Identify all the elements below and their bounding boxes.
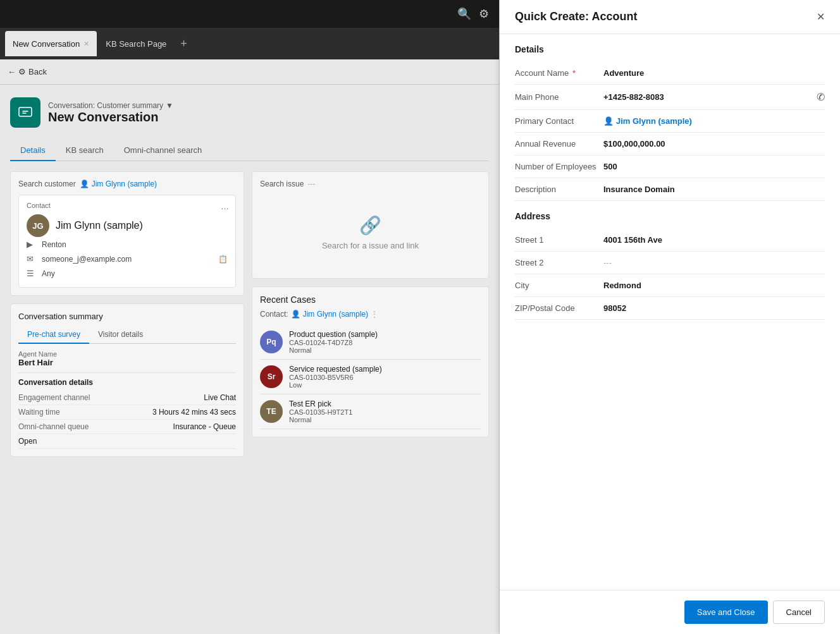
qc-label-city: City [515, 281, 603, 290]
case-id-1: CAS-01030-B5V5R6 [289, 374, 382, 381]
sub-tab-omni[interactable]: Omni-channel search [114, 140, 213, 161]
conversation-summary-card: Conversation summary Pre-chat survey Vis… [10, 303, 244, 457]
qc-value-primary-contact[interactable]: 👤 Jim Glynn (sample) [603, 116, 692, 126]
tab-bar: New Conversation ✕ KB Search Page + [0, 28, 499, 59]
qc-section-details: Details [515, 44, 825, 54]
search-issue-placeholder: --- [307, 180, 315, 188]
case-name-0: Product question (sample) [289, 330, 378, 339]
summary-tab-prechat[interactable]: Pre-chat survey [18, 326, 89, 344]
search-issue-label: Search issue [260, 180, 304, 188]
qc-value-street1[interactable]: 4001 156th Ave [603, 235, 825, 245]
quick-create-panel: Quick Create: Account ✕ Details Account … [500, 0, 840, 634]
sub-tabs: Details KB search Omni-channel search [10, 140, 489, 161]
contact-email: someone_j@example.com [42, 255, 132, 264]
right-column: Search issue --- 🔗 Search for a issue an… [252, 171, 489, 626]
qc-label-street2: Street 2 [515, 258, 603, 267]
engagement-channel-row: Engagement channel Live Chat [18, 391, 236, 405]
queue-key: Omni-channel queue [18, 422, 89, 431]
tab-add-button[interactable]: + [175, 37, 192, 51]
qc-label-street1: Street 1 [515, 235, 603, 245]
qc-value-num-employees[interactable]: 500 [603, 162, 825, 171]
back-icon: ⚙ [18, 67, 26, 76]
sub-tab-details[interactable]: Details [10, 140, 56, 161]
case-avatar-2: TE [260, 400, 283, 423]
search-issue-bar: Search issue --- [260, 180, 481, 188]
qc-label-annual-revenue: Annual Revenue [515, 139, 603, 149]
case-item-2[interactable]: TE Test ER pick CAS-01035-H9T2T1 Normal [260, 394, 481, 429]
qc-value-zip[interactable]: 98052 [603, 303, 825, 313]
two-col-layout: Search customer 👤 Jim Glynn (sample) Con… [10, 171, 489, 626]
queue-val: Insurance - Queue [173, 422, 236, 431]
tab-kb-search-label: KB Search Page [106, 39, 166, 49]
contact-type: Any [42, 269, 55, 278]
qc-title: Quick Create: Account [515, 10, 637, 23]
cases-more-icon[interactable]: ⋮ [371, 310, 378, 319]
contact-initials: JG [32, 221, 43, 231]
qc-field-street1: Street 1 4001 156th Ave [515, 229, 825, 252]
conv-title: New Conversation [48, 110, 173, 125]
qc-value-main-phone[interactable]: +1425-882-8083 [603, 92, 817, 102]
case-name-1: Service requested (sample) [289, 365, 382, 374]
conv-subtitle[interactable]: Conversation: Customer summary ▼ [48, 101, 173, 110]
email-copy-icon[interactable]: 📋 [218, 255, 228, 264]
queue-row: Omni-channel queue Insurance - Queue [18, 420, 236, 434]
case-id-0: CAS-01024-T4D7Z8 [289, 339, 378, 346]
qc-field-primary-contact: Primary Contact 👤 Jim Glynn (sample) [515, 110, 825, 133]
issue-empty-state: 🔗 Search for a issue and link [260, 195, 481, 271]
summary-divider-1 [18, 372, 236, 373]
sub-tab-kb-search[interactable]: KB search [56, 140, 114, 161]
qc-label-main-phone: Main Phone [515, 92, 603, 102]
summary-tab-visitor[interactable]: Visitor details [89, 326, 152, 344]
conversation-avatar [10, 97, 40, 128]
waiting-time-row: Waiting time 3 Hours 42 mins 43 secs [18, 405, 236, 420]
qc-value-account-name[interactable]: Adventure [603, 68, 825, 78]
qc-body: Details Account Name * Adventure Main Ph… [500, 34, 840, 590]
contact-icon: 👤 [80, 180, 89, 188]
qc-section-address: Address [515, 211, 825, 221]
agent-name-row: Agent Name Bert Hair [18, 350, 236, 367]
back-button[interactable]: ← ⚙ Back [8, 67, 47, 76]
contact-location-row: ▶ Renton [27, 237, 228, 252]
contact-location: Renton [42, 240, 66, 249]
qc-field-zip: ZIP/Postal Code 98052 [515, 297, 825, 320]
contact-link-icon-qc: 👤 [603, 116, 614, 126]
qc-value-city[interactable]: Redmond [603, 281, 825, 290]
case-item-0[interactable]: Pq Product question (sample) CAS-01024-T… [260, 325, 481, 360]
qc-label-account-name: Account Name * [515, 68, 603, 78]
qc-value-description[interactable]: Insurance Domain [603, 185, 825, 194]
location-icon: ▶ [27, 240, 37, 249]
case-id-2: CAS-01035-H9T2T1 [289, 408, 352, 416]
qc-field-annual-revenue: Annual Revenue $100,000,000.00 [515, 133, 825, 155]
qc-value-annual-revenue[interactable]: $100,000,000.00 [603, 139, 825, 149]
contact-more-icon[interactable]: … [221, 202, 229, 211]
case-priority-1: Low [289, 381, 382, 389]
chevron-down-icon: ▼ [166, 101, 173, 110]
tab-new-conversation-label: New Conversation [13, 39, 80, 49]
contact-name: Jim Glynn (sample) [56, 220, 143, 231]
search-icon[interactable]: 🔍 [457, 7, 471, 21]
contact-card: Contact … JG Jim Glynn (sample) ▶ Renton [18, 195, 236, 288]
qc-field-city: City Redmond [515, 274, 825, 297]
nav-bar: ← ⚙ Back [0, 59, 499, 85]
tab-kb-search[interactable]: KB Search Page [98, 31, 174, 56]
qc-close-button[interactable]: ✕ [817, 11, 825, 23]
cancel-button[interactable]: Cancel [773, 600, 825, 624]
cases-contact: Contact: 👤 Jim Glynn (sample) ⋮ [260, 310, 481, 319]
search-customer-link[interactable]: 👤 Jim Glynn (sample) [80, 180, 157, 188]
qc-value-street2[interactable]: --- [603, 258, 825, 267]
conv-subtitle-text: Conversation: Customer summary [48, 101, 163, 110]
tab-new-conversation-close[interactable]: ✕ [83, 40, 89, 48]
cases-contact-link[interactable]: 👤 Jim Glynn (sample) [291, 310, 368, 319]
back-label: Back [28, 67, 47, 76]
agent-name-key: Agent Name [18, 350, 236, 358]
save-and-close-button[interactable]: Save and Close [684, 600, 768, 624]
qc-label-zip: ZIP/Postal Code [515, 303, 603, 313]
waiting-key: Waiting time [18, 408, 60, 417]
tab-new-conversation[interactable]: New Conversation ✕ [5, 31, 97, 56]
settings-icon[interactable]: ⚙ [479, 7, 489, 21]
agent-name-value: Bert Hair [18, 358, 236, 367]
phone-icon[interactable]: ✆ [817, 91, 825, 103]
contact-email-row: ✉ someone_j@example.com 📋 [27, 252, 228, 266]
contact-type-row: ☰ Any [27, 266, 228, 281]
case-item-1[interactable]: Sr Service requested (sample) CAS-01030-… [260, 360, 481, 394]
